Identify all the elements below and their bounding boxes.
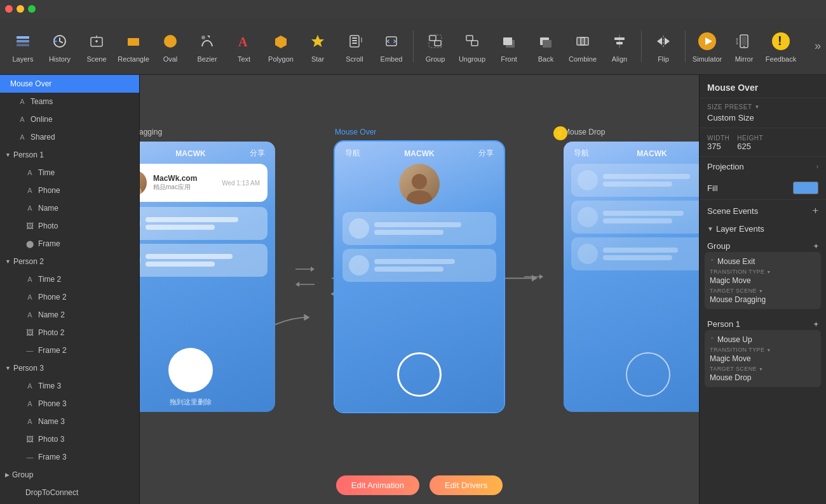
rp-dimensions-section: WIDTH 375 HEIGHT 625 xyxy=(700,128,826,157)
toolbar-bezier[interactable]: Bezier xyxy=(189,20,225,72)
sidebar-item-phone[interactable]: A Phone xyxy=(0,182,139,199)
sidebar-item-name[interactable]: A Name xyxy=(0,199,139,217)
scene-mouse-over[interactable]: Mouse Over 导航 MACWK 分享 xyxy=(334,128,505,413)
sidebar-droptoconnect-label: DropToConnect xyxy=(25,488,78,497)
layers-icon xyxy=(11,30,34,53)
toolbar-scroll[interactable]: Scroll xyxy=(337,20,372,72)
toolbar-flip[interactable]: Flip xyxy=(646,20,681,72)
rp-group-event-block: ⌃ Mouse Exit TRANSITION TYPE ▼ Magic Mov… xyxy=(705,252,821,309)
sidebar-group-person2[interactable]: ▼ Person 2 xyxy=(0,253,139,270)
sidebar-item-photo[interactable]: 🖼 Photo xyxy=(0,217,139,235)
sidebar-frame3-label: Frame 3 xyxy=(38,453,67,461)
sidebar-item-frame[interactable]: ⬤ Frame xyxy=(0,235,139,253)
toolbar-simulator[interactable]: Simulator xyxy=(689,20,725,72)
toolbar-align[interactable]: Align xyxy=(602,20,637,72)
rp-height-value[interactable]: 625 xyxy=(737,142,763,151)
phone-bg-2: 导航 MACWK 分享 xyxy=(335,142,504,412)
phone-frame-3[interactable]: 导航 MACWK 分 xyxy=(562,140,699,413)
sidebar-item-name2[interactable]: A Name 2 xyxy=(0,306,139,324)
toolbar-separator-1 xyxy=(413,30,414,62)
toolbar-oval-label: Oval xyxy=(163,55,178,63)
rp-person1-event-trigger[interactable]: ⌃ Mouse Up xyxy=(710,335,816,344)
toolbar-embed[interactable]: Embed xyxy=(374,20,409,72)
person1-target-label: TARGET SCENE ▼ xyxy=(710,366,816,372)
toolbar-rectangle[interactable]: Rectangle xyxy=(116,20,151,72)
sidebar-item-name3[interactable]: A Name 3 xyxy=(0,413,139,430)
rp-size-preset-value[interactable]: Custom Size xyxy=(707,113,818,123)
close-button[interactable] xyxy=(5,5,13,13)
rp-layer-events-title[interactable]: ▼ Layer Events xyxy=(700,219,826,236)
toolbar-history[interactable]: History xyxy=(42,20,78,72)
canvas-area: Mouse Dragging 导航 MACWK 分享 xyxy=(140,75,699,504)
scene-mouse-dragging[interactable]: Mouse Dragging 导航 MACWK 分享 xyxy=(140,128,276,413)
svg-rect-18 xyxy=(361,37,362,43)
group-events-add-button[interactable]: + xyxy=(813,241,818,251)
toolbar-text[interactable]: A Text xyxy=(226,20,262,72)
toolbar-combine[interactable]: Combine xyxy=(565,20,600,72)
nav-right-2: 分享 xyxy=(478,148,494,159)
toolbar-feedback-label: Feedback xyxy=(766,55,796,63)
profile-circle xyxy=(399,164,440,204)
rp-height-col: HEIGHT 625 xyxy=(737,135,763,151)
toolbar-layers[interactable]: Layers xyxy=(5,20,41,72)
sidebar-item-time[interactable]: A Time xyxy=(0,164,139,182)
sidebar-item-photo3[interactable]: 🖼 Photo 3 xyxy=(0,430,139,448)
sidebar-group-person1[interactable]: ▼ Person 1 xyxy=(0,146,139,164)
toolbar-ungroup[interactable]: Ungroup xyxy=(454,20,490,72)
sidebar-item-frame3[interactable]: — Frame 3 xyxy=(0,448,139,466)
toolbar-star[interactable]: Star xyxy=(300,20,335,72)
text-type-icon-8: A xyxy=(25,293,34,301)
shape-type-icon: ⬤ xyxy=(25,240,34,248)
rp-dimensions-row: WIDTH 375 HEIGHT 625 xyxy=(707,135,818,151)
maximize-button[interactable] xyxy=(28,5,36,13)
nav-center-1: MACWK xyxy=(175,149,205,158)
minimize-button[interactable] xyxy=(17,5,24,13)
person1-events-add-button[interactable]: + xyxy=(813,319,818,329)
scene-events-add-button[interactable]: + xyxy=(813,205,818,216)
rp-group-transition-row: TRANSITION TYPE ▼ Magic Move xyxy=(710,269,816,285)
oval-icon xyxy=(159,30,182,53)
toolbar-back[interactable]: Back xyxy=(528,20,564,72)
sidebar-photo-label: Photo xyxy=(38,222,58,230)
sidebar-item-photo2[interactable]: 🖼 Photo 2 xyxy=(0,324,139,342)
sidebar-item-shared[interactable]: A Shared xyxy=(0,128,139,146)
main-area: Mouse Over A Teams A Online A Shared ▼ P… xyxy=(0,75,826,504)
sidebar-item-online[interactable]: A Online xyxy=(0,110,139,128)
sidebar-photo3-label: Photo 3 xyxy=(38,435,64,444)
sidebar-item-teams[interactable]: A Teams xyxy=(0,93,139,110)
edit-drivers-button[interactable]: Edit Drivers xyxy=(430,475,503,495)
phone-frame-2[interactable]: 导航 MACWK 分享 xyxy=(334,140,505,413)
toolbar-more[interactable]: » xyxy=(815,39,821,53)
list-item-3a xyxy=(571,164,699,197)
sidebar-item-frame2[interactable]: — Frame 2 xyxy=(0,342,139,359)
toolbar-mirror[interactable]: Mirror xyxy=(726,20,762,72)
toolbar-polygon[interactable]: Polygon xyxy=(263,20,299,72)
sidebar-group-group[interactable]: ▶ Group xyxy=(0,466,139,484)
rp-fill-swatch[interactable] xyxy=(793,182,818,194)
rp-projection-row[interactable]: Projection › xyxy=(700,157,826,176)
list-item-2b xyxy=(342,249,496,282)
sidebar-group-person3[interactable]: ▼ Person 3 xyxy=(0,359,139,377)
toolbar-feedback[interactable]: ! Feedback xyxy=(763,20,799,72)
arrow-right-1 xyxy=(295,265,315,274)
scene-mouse-drop[interactable]: ⚡ Mouse Drop 导航 MACWK 分 xyxy=(562,128,699,413)
edit-animation-button[interactable]: Edit Animation xyxy=(336,475,419,495)
sidebar-item-time2[interactable]: A Time 2 xyxy=(0,270,139,288)
sidebar-item-mouse-over[interactable]: Mouse Over xyxy=(0,75,139,93)
toolbar-group[interactable]: Group xyxy=(417,20,453,72)
svg-point-41 xyxy=(743,46,745,47)
person1-transition-label: TRANSITION TYPE ▼ xyxy=(710,347,816,353)
svg-point-10 xyxy=(201,36,205,39)
toolbar-oval[interactable]: Oval xyxy=(152,20,188,72)
sidebar-item-phone2[interactable]: A Phone 2 xyxy=(0,288,139,306)
toolbar-scene[interactable]: Scene xyxy=(79,20,114,72)
sidebar-item-time3[interactable]: A Time 3 xyxy=(0,377,139,395)
toolbar-front[interactable]: Front xyxy=(491,20,527,72)
phone-frame-1[interactable]: 导航 MACWK 分享 xyxy=(140,140,276,413)
sidebar-item-droptoconnect[interactable]: DropToConnect xyxy=(0,484,139,501)
sidebar-item-phone3[interactable]: A Phone 3 xyxy=(0,395,139,413)
rp-width-value[interactable]: 375 xyxy=(707,142,729,151)
phone-card-1[interactable]: MacWk.com 精品mac应用 Wed 1:13 AM xyxy=(140,164,267,202)
rp-group-event-trigger[interactable]: ⌃ Mouse Exit xyxy=(710,257,816,266)
svg-rect-20 xyxy=(430,36,436,41)
